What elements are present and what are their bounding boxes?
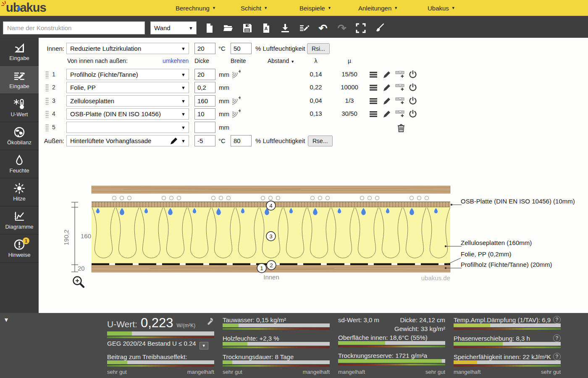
sidebar-item-oekobilanz[interactable]: Ökobilanz [0,122,39,150]
insert-layer-icon[interactable] [395,109,404,119]
wood-rings-icon[interactable] [231,70,241,79]
edit-layer-icon[interactable] [382,96,391,106]
insert-layer-icon[interactable] [395,70,404,79]
trocknungsdauer-bar [223,360,330,365]
export-pdf-icon[interactable]: A [261,23,272,34]
logo-drop-icon [17,5,21,11]
layer-material-select[interactable]: Zelluloseplatten▼ [66,95,189,107]
menu-berechnung[interactable]: Berechnung▼ [176,0,216,16]
sidebar-item-uwert[interactable]: U-Wert [0,94,39,122]
menu-ubakus[interactable]: Ubakus▼ [428,0,455,16]
innen-humidity-input[interactable] [231,43,252,54]
layer-thickness-input[interactable] [194,82,215,93]
zoom-diagram-icon[interactable] [74,277,84,287]
results-bar: ▼ U-Wert: 0,223 W/(m²K) GEG 2020/24 Best… [0,313,588,378]
wood-rings-icon[interactable] [231,109,241,118]
geg-standard-dropdown[interactable]: ▼ [200,342,208,349]
sidebar-item-diagramme[interactable]: Diagramme [0,206,39,235]
toggle-layer-icon[interactable] [408,70,417,79]
help-icon[interactable]: ? [553,334,561,342]
edit-layer-icon[interactable] [382,70,391,79]
innen-climate-select[interactable]: Reduzierte Luftzirkulation▼ [66,43,189,54]
collapse-results-icon[interactable]: ▼ [3,316,9,323]
redo-icon[interactable]: ↷ [336,23,347,34]
uwert-unit: W/(m²K) [177,323,196,328]
help-icon[interactable]: ? [553,353,561,360]
drag-handle[interactable] [45,84,49,91]
layer-material-select[interactable]: Profilholz (Fichte/Tanne)▼ [66,69,189,80]
layer-material-select[interactable]: ▼ [66,122,189,133]
insert-layer-icon[interactable] [395,96,404,106]
uwert-bar [107,331,214,336]
edit-name-icon[interactable] [299,23,310,34]
chevron-down-icon: ▼ [179,99,189,104]
drag-handle[interactable] [45,97,49,105]
layer-menu-icon[interactable] [369,109,378,119]
lambda-value: 0,22 [302,83,329,91]
drag-handle[interactable] [45,71,49,78]
layer-marker-3[interactable]: 3 [266,232,276,241]
toggle-layer-icon[interactable] [408,96,417,106]
drag-handle[interactable] [45,110,49,118]
layer-row: 1 Profilholz (Fichte/Tanne)▼ mm 0,14 15/… [39,69,463,80]
layer-marker-1[interactable]: 1 [257,263,266,273]
layer-marker-2[interactable]: 2 [267,261,276,270]
sidebar-item-eingabe-liste[interactable]: Eingabe [0,66,39,94]
help-icon[interactable]: ? [553,316,561,323]
new-document-icon[interactable] [204,23,215,34]
menu-schicht[interactable]: Schicht▼ [241,0,268,16]
col-abstand-dropdown[interactable]: Abstand ▼ [268,57,294,64]
layer-marker-4[interactable]: 4 [266,201,276,210]
edit-layer-icon[interactable] [382,83,391,92]
layer-menu-icon[interactable] [369,83,378,92]
app-logo[interactable]: ubakus [6,1,46,15]
undo-icon[interactable]: ↶ [318,23,328,34]
layer-thickness-input[interactable] [194,108,215,120]
wood-rings-icon[interactable] [231,96,241,105]
edit-layer-icon[interactable] [382,109,391,119]
lambda-value: 0,04 [302,97,329,104]
menu-beispiele[interactable]: Beispiele▼ [299,0,331,16]
edit-pencil-icon[interactable] [169,136,178,146]
layer-thickness-input[interactable] [194,95,215,107]
open-folder-icon[interactable] [223,23,234,34]
layer-material-select[interactable]: OSB-Platte (DIN EN ISO 10456)▼ [66,108,189,120]
aussen-climate-select[interactable]: Hinterlüftete Vorhangfassade ▼ [66,135,189,146]
svg-text:4: 4 [269,203,272,209]
layer-table-header: Von innen nach außen: umkehren Dicke Bre… [39,57,463,66]
download-icon[interactable] [280,23,291,34]
wrench-icon[interactable] [205,317,214,327]
layer-material-select[interactable]: Folie, PP▼ [66,82,189,93]
reverse-link[interactable]: umkehren [163,57,189,64]
toggle-layer-icon[interactable] [408,83,417,92]
tauwasser-bar [223,323,330,328]
aussen-row: Außen: Hinterlüftete Vorhangfassade ▼ °C… [39,135,463,146]
trash-icon[interactable] [396,123,406,133]
chart-icon [13,211,25,222]
brush-icon[interactable] [374,23,385,34]
layer-menu-icon[interactable] [369,96,378,106]
rse-button[interactable]: Rse... [308,136,333,146]
sidebar-item-hitze[interactable]: Hitze [0,178,39,206]
layer-menu-icon[interactable] [369,70,378,79]
aussen-temp-input[interactable] [194,135,215,146]
sidebar-item-feuchte[interactable]: Feuchte [0,150,39,178]
layer-thickness-input[interactable] [194,122,215,133]
toggle-layer-icon[interactable] [408,109,417,119]
aussen-humidity-input[interactable] [231,135,252,146]
innen-temp-input[interactable] [194,43,215,54]
fullscreen-icon[interactable] [355,23,366,34]
rsi-button[interactable]: Rsi... [307,43,330,54]
tav-label: Temp.Ampl.Dämpfung (1/TAV): 6,9 [454,316,551,323]
construction-type-select[interactable]: Wand ▼ [150,21,197,34]
lambda-value: 0,13 [302,110,329,117]
save-icon[interactable] [242,23,253,34]
sidebar-item-hinweise[interactable]: 1 Hinweise [0,235,39,263]
menu-anleitungen[interactable]: Anleitungen▼ [358,0,398,16]
layer-number: 2 [52,84,55,91]
construction-name-input[interactable] [3,21,145,34]
layer-thickness-input[interactable] [194,69,215,80]
sidebar-item-eingabe-grafisch[interactable]: Eingabe [0,38,39,66]
insert-layer-icon[interactable] [395,83,404,92]
drag-handle[interactable] [45,124,49,131]
